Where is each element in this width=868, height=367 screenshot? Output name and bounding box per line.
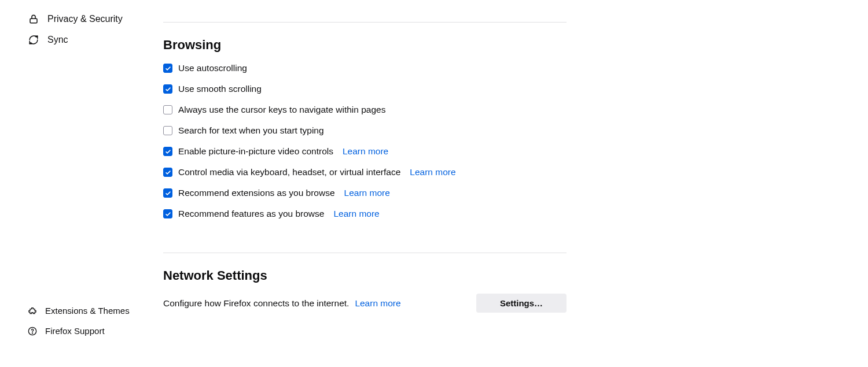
network-learn-more-link[interactable]: Learn more: [355, 298, 400, 309]
sidebar-item-label: Extensions & Themes: [45, 306, 130, 316]
learn-more-link[interactable]: Learn more: [410, 167, 455, 177]
browsing-option-row: Recommend features as you browseLearn mo…: [163, 209, 567, 219]
checkbox-label[interactable]: Use smooth scrolling: [178, 84, 262, 94]
sidebar-item-extensions[interactable]: Extensions & Themes: [28, 302, 155, 319]
svg-point-2: [32, 332, 32, 333]
checkbox[interactable]: [163, 188, 172, 198]
network-settings-button[interactable]: Settings…: [476, 294, 567, 313]
main-content: Browsing Use autoscrollingUse smooth scr…: [163, 0, 567, 313]
sidebar-item-support[interactable]: Firefox Support: [28, 322, 155, 339]
lock-icon: [28, 13, 39, 25]
puzzle-icon: [28, 306, 37, 316]
checkbox[interactable]: [163, 147, 172, 156]
browsing-section: Browsing Use autoscrollingUse smooth scr…: [163, 23, 567, 219]
sidebar-item-label: Firefox Support: [45, 326, 105, 336]
checkbox[interactable]: [163, 105, 172, 114]
browsing-title: Browsing: [163, 38, 567, 53]
sync-icon: [28, 34, 39, 46]
checkbox[interactable]: [163, 126, 172, 135]
checkbox[interactable]: [163, 168, 172, 177]
question-icon: [28, 327, 37, 336]
sidebar-top: Privacy & Security Sync: [28, 9, 155, 50]
checkbox-label[interactable]: Control media via keyboard, headset, or …: [178, 167, 400, 177]
sidebar-item-sync[interactable]: Sync: [28, 29, 155, 50]
browsing-option-row: Enable picture-in-picture video controls…: [163, 146, 567, 157]
browsing-option-row: Use autoscrolling: [163, 63, 567, 73]
learn-more-link[interactable]: Learn more: [343, 146, 388, 157]
browsing-option-row: Use smooth scrolling: [163, 84, 567, 94]
checkbox[interactable]: [163, 209, 172, 218]
svg-rect-0: [30, 18, 37, 23]
network-title: Network Settings: [163, 268, 567, 283]
checkbox-label[interactable]: Recommend features as you browse: [178, 209, 324, 219]
browsing-option-row: Always use the cursor keys to navigate w…: [163, 105, 567, 115]
checkbox-label[interactable]: Recommend extensions as you browse: [178, 188, 335, 198]
checkbox-label[interactable]: Search for text when you start typing: [178, 125, 324, 136]
checkbox-label[interactable]: Enable picture-in-picture video controls: [178, 146, 333, 157]
checkbox[interactable]: [163, 64, 172, 73]
checkbox-label[interactable]: Always use the cursor keys to navigate w…: [178, 105, 385, 115]
network-description: Configure how Firefox connects to the in…: [163, 298, 349, 309]
sidebar-bottom: Extensions & Themes Firefox Support: [28, 302, 155, 339]
network-row: Configure how Firefox connects to the in…: [163, 294, 567, 313]
browsing-option-row: Search for text when you start typing: [163, 125, 567, 136]
checkbox-label[interactable]: Use autoscrolling: [178, 63, 247, 73]
browsing-option-row: Recommend extensions as you browseLearn …: [163, 188, 567, 198]
checkbox[interactable]: [163, 84, 172, 94]
sidebar-item-label: Privacy & Security: [47, 14, 123, 24]
sidebar-item-privacy[interactable]: Privacy & Security: [28, 9, 155, 29]
learn-more-link[interactable]: Learn more: [333, 209, 379, 219]
learn-more-link[interactable]: Learn more: [344, 188, 390, 198]
network-description-wrap: Configure how Firefox connects to the in…: [163, 298, 401, 309]
sidebar-item-label: Sync: [47, 35, 68, 45]
network-section: Network Settings Configure how Firefox c…: [163, 253, 567, 313]
browsing-option-row: Control media via keyboard, headset, or …: [163, 167, 567, 177]
